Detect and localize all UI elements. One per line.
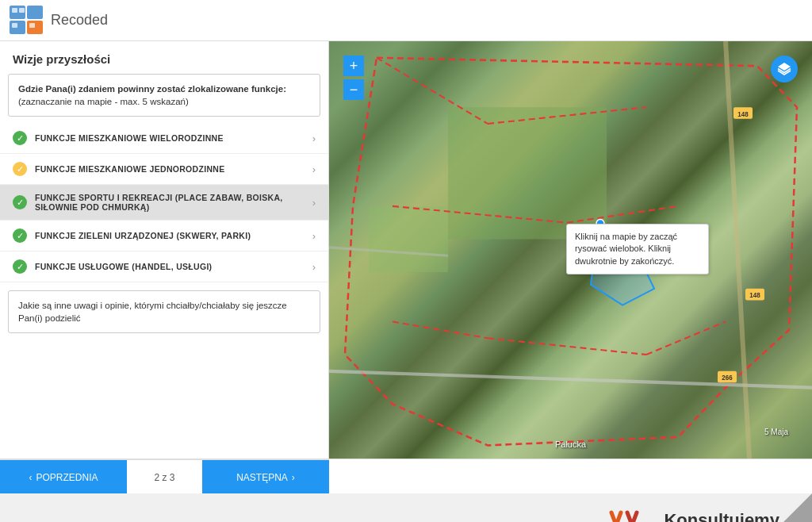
svg-line-22 xyxy=(726,41,749,459)
chevron-icon-5: › xyxy=(312,261,316,273)
check-icon-3: ✓ xyxy=(13,195,27,209)
map-layer-button[interactable] xyxy=(771,56,798,83)
page-indicator: 2 z 3 xyxy=(127,472,202,483)
question-text: Gdzie Pana(i) zdaniem powinny zostać zlo… xyxy=(18,83,310,108)
svg-rect-7 xyxy=(29,23,35,28)
chevron-icon-4: › xyxy=(312,230,316,242)
map-tooltip: Kliknij na mapie by zacząć rysować wielo… xyxy=(566,224,709,274)
panel-title: Wizje przyszłości xyxy=(0,41,328,74)
bottom-nav-container: ‹ POPRZEDNIA 2 z 3 NASTĘPNA › xyxy=(0,459,812,493)
check-icon-2: ✓ xyxy=(13,162,27,176)
layers-icon xyxy=(776,61,792,77)
footer-triangle xyxy=(749,493,812,522)
svg-line-15 xyxy=(393,321,488,338)
svg-rect-2 xyxy=(10,21,25,34)
main-area: Wizje przyszłości Gdzie Pana(i) zdaniem … xyxy=(0,41,812,459)
check-icon-4: ✓ xyxy=(13,228,27,243)
header: Recoded xyxy=(0,0,812,41)
left-panel: Wizje przyszłości Gdzie Pana(i) zdaniem … xyxy=(0,41,329,459)
map-zoom-minus-button[interactable]: − xyxy=(343,79,364,100)
geoankieta-logo xyxy=(10,6,44,36)
next-label: NASTĘPNA xyxy=(236,472,288,483)
option-left-1: ✓ FUNKCJE MIESZKANIOWE WIELORODZINNE xyxy=(13,131,312,145)
map-zoom-plus-button[interactable]: + xyxy=(343,56,364,76)
prev-button[interactable]: ‹ POPRZEDNIA xyxy=(0,460,127,494)
footer-logo xyxy=(608,509,656,522)
svg-line-17 xyxy=(646,321,726,355)
bottom-nav-spacer xyxy=(329,459,812,493)
check-icon-1: ✓ xyxy=(13,131,27,145)
svg-line-11 xyxy=(377,58,488,124)
option-left-4: ✓ FUNKCJE ZIELENI URZĄDZONEJ (SKWERY, PA… xyxy=(13,228,312,243)
option-row-5[interactable]: ✓ FUNKCJE USŁUGOWE (HANDEL, USŁUGI) › xyxy=(0,251,328,282)
svg-line-16 xyxy=(488,338,646,355)
option-left-5: ✓ FUNKCJE USŁUGOWE (HANDEL, USŁUGI) xyxy=(13,259,312,274)
bottom-nav: ‹ POPRZEDNIA 2 z 3 NASTĘPNA › xyxy=(0,459,329,494)
check-icon-5: ✓ xyxy=(13,259,27,274)
chevron-icon-2: › xyxy=(312,163,316,175)
question-box: Gdzie Pana(i) zdaniem powinny zostać zlo… xyxy=(8,74,320,117)
arrow-left-icon: ‹ xyxy=(29,472,32,483)
comment-box: Jakie są inne uwagi i opinie, którymi ch… xyxy=(8,290,320,333)
konsultujemy-logo-icon xyxy=(608,509,656,522)
svg-rect-3 xyxy=(27,21,43,34)
option-label-3: FUNKCJE SPORTU I REKREACJI (PLACE ZABAW,… xyxy=(35,193,312,212)
option-row-4[interactable]: ✓ FUNKCJE ZIELENI URZĄDZONEJ (SKWERY, PA… xyxy=(0,221,328,251)
option-label-4: FUNKCJE ZIELENI URZĄDZONEJ (SKWERY, PARK… xyxy=(35,231,251,240)
option-row-3[interactable]: ✓ FUNKCJE SPORTU I REKREACJI (PLACE ZABA… xyxy=(0,185,328,221)
chevron-icon-1: › xyxy=(312,132,316,144)
logo-box: Recoded xyxy=(10,6,108,36)
next-button[interactable]: NASTĘPNA › xyxy=(202,460,329,494)
option-label-1: FUNKCJE MIESZKANIOWE WIELORODZINNE xyxy=(35,133,224,143)
svg-rect-9 xyxy=(369,206,448,272)
footer: Konsultujemy Badania i konsultacje społe… xyxy=(0,493,812,522)
street-label-2: 5 Maja xyxy=(764,428,788,436)
arrow-right-icon: › xyxy=(292,472,295,483)
prev-label: POPRZEDNIA xyxy=(36,472,98,483)
option-left-3: ✓ FUNKCJE SPORTU I REKREACJI (PLACE ZABA… xyxy=(13,193,312,212)
svg-rect-6 xyxy=(12,23,17,28)
svg-text:148: 148 xyxy=(737,110,749,117)
svg-rect-4 xyxy=(12,8,17,13)
street-label: Pałucka xyxy=(555,439,586,449)
map-panel[interactable]: 148 148 266 + − Kliknij na mapie by zacz… xyxy=(329,41,812,459)
option-left-2: ✓ FUNKCJE MIESZKANIOWE JEDNORODZINNE xyxy=(13,162,312,176)
svg-text:266: 266 xyxy=(722,374,733,382)
app-title: Recoded xyxy=(51,12,108,29)
option-row-1[interactable]: ✓ FUNKCJE MIESZKANIOWE WIELORODZINNE › xyxy=(0,123,328,154)
svg-rect-5 xyxy=(19,8,25,13)
option-row-2[interactable]: ✓ FUNKCJE MIESZKANIOWE JEDNORODZINNE › xyxy=(0,154,328,185)
option-label-2: FUNKCJE MIESZKANIOWE JEDNORODZINNE xyxy=(35,164,224,174)
svg-rect-1 xyxy=(27,6,43,19)
option-label-5: FUNKCJE USŁUGOWE (HANDEL, USŁUGI) xyxy=(35,262,212,271)
comment-text: Jakie są inne uwagi i opinie, którymi ch… xyxy=(18,299,310,324)
svg-text:148: 148 xyxy=(749,292,760,299)
chevron-icon-3: › xyxy=(312,197,316,209)
